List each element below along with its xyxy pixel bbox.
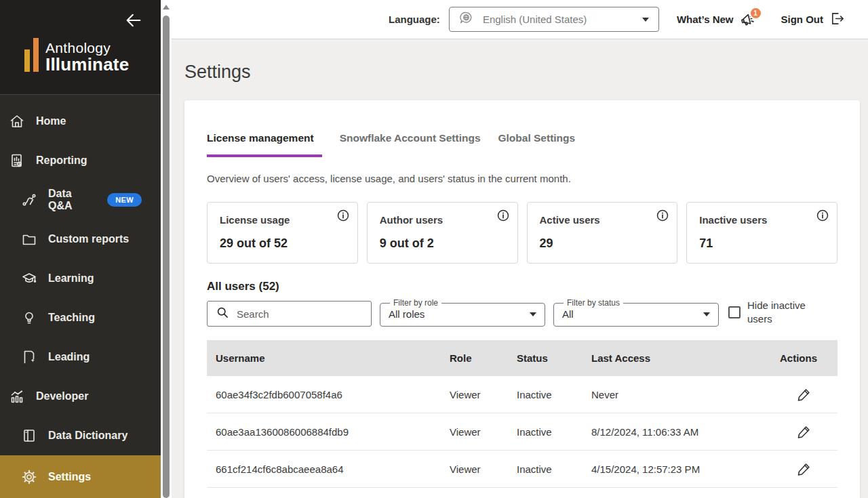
edit-pencil-icon[interactable] <box>795 423 812 440</box>
tab-license-management[interactable]: License management <box>207 132 322 157</box>
sidebar-item-label: Settings <box>48 471 91 483</box>
overview-description: Overview of users' access, license usage… <box>207 173 837 184</box>
sidebar-item-label: Reporting <box>36 154 87 167</box>
cell-role: Viewer <box>450 389 517 400</box>
scrollbar-up-arrow-icon[interactable] <box>163 5 170 9</box>
sidebar-item-label: Home <box>36 115 66 127</box>
stat-card-inactive-users: Inactive users 71 <box>686 202 837 264</box>
main-area: Language: English (United States) What’s… <box>172 0 868 498</box>
filter-row: Filter by role All roles Filter by statu… <box>207 298 837 327</box>
logo-bars-icon <box>24 38 39 74</box>
settings-tabs: License management Snowflake Account Set… <box>207 100 837 157</box>
vertical-scrollbar <box>161 0 172 498</box>
column-header-actions: Actions <box>776 352 837 364</box>
sidebar-item-developer[interactable]: Developer <box>0 377 161 416</box>
data-qa-icon <box>20 191 38 209</box>
sidebar-item-label: Developer <box>36 390 88 402</box>
whats-new-badge: 1 <box>749 7 762 20</box>
scrollbar-thumb[interactable] <box>163 16 170 498</box>
info-icon[interactable] <box>496 209 510 222</box>
sidebar-header: Anthology Illuminate <box>0 0 161 95</box>
sidebar-item-home[interactable]: Home <box>0 102 161 141</box>
settings-card: License management Snowflake Account Set… <box>184 100 860 498</box>
graduation-cap-icon <box>20 270 38 287</box>
gear-icon <box>20 468 38 486</box>
brand-name-bottom: Illuminate <box>45 56 129 74</box>
column-header-username: Username <box>216 352 450 364</box>
edit-pencil-icon[interactable] <box>795 386 812 402</box>
sidebar-item-teaching[interactable]: Teaching <box>0 298 161 337</box>
hide-inactive-users-label: Hide inactive users <box>747 299 812 327</box>
sidebar-item-custom-reports[interactable]: Custom reports <box>0 220 161 259</box>
cell-username: 60ae3aa1360086006884fdb9 <box>216 426 450 438</box>
stat-title: Author users <box>380 214 505 226</box>
collapse-sidebar-arrow-icon[interactable] <box>124 11 143 30</box>
tab-global-settings[interactable]: Global Settings <box>498 132 576 157</box>
stat-title: Inactive users <box>699 214 825 226</box>
home-icon <box>8 112 26 130</box>
stat-value: 29 out of 52 <box>220 236 345 251</box>
filter-by-status-value: All <box>562 308 574 320</box>
topbar: Language: English (United States) What’s… <box>172 0 868 39</box>
filter-by-status-label: Filter by status <box>564 298 623 308</box>
sidebar-item-leading[interactable]: Leading <box>0 337 161 377</box>
info-icon[interactable] <box>336 209 350 222</box>
sidebar-item-label: Data Dictionary <box>48 430 127 442</box>
cell-last-access: Never <box>591 389 776 400</box>
search-box <box>207 301 372 327</box>
filter-by-role-select[interactable]: Filter by role All roles <box>380 298 545 327</box>
sign-out-label: Sign Out <box>781 14 824 25</box>
cell-last-access: 4/15/2024, 12:57:23 PM <box>591 463 776 475</box>
report-document-icon <box>8 152 26 169</box>
table-row: 661cf214cf6c8abcaeea8a64 Viewer Inactive… <box>207 451 837 488</box>
stat-card-author-users: Author users 9 out of 2 <box>367 202 518 264</box>
sidebar: Anthology Illuminate Home Reporting Data… <box>0 0 161 498</box>
filter-by-role-label: Filter by role <box>390 298 441 308</box>
cell-role: Viewer <box>450 463 517 475</box>
stat-card-active-users: Active users 29 <box>527 202 678 264</box>
whats-new-button[interactable]: What’s New 1 <box>677 12 755 28</box>
page-content: Settings License management Snowflake Ac… <box>172 39 868 498</box>
stat-value: 29 <box>540 236 665 251</box>
language-select[interactable]: English (United States) <box>449 7 659 32</box>
whats-new-label: What’s New <box>677 14 734 25</box>
cell-status: Inactive <box>517 426 591 438</box>
language-label: Language: <box>389 14 440 25</box>
info-icon[interactable] <box>656 209 669 222</box>
hide-inactive-users-control: Hide inactive users <box>728 299 812 327</box>
sidebar-item-label: Leading <box>48 351 90 363</box>
tab-snowflake-account-settings[interactable]: Snowflake Account Settings <box>340 132 481 157</box>
cell-role: Viewer <box>450 426 517 438</box>
stat-title: Active users <box>540 214 665 226</box>
document-star-icon <box>20 348 38 366</box>
column-header-last-access: Last Access <box>591 352 776 364</box>
column-header-role: Role <box>450 352 517 364</box>
cell-status: Inactive <box>517 463 591 475</box>
anthology-illuminate-logo: Anthology Illuminate <box>24 38 129 74</box>
page-title: Settings <box>184 62 860 83</box>
sidebar-item-label: Custom reports <box>48 233 129 245</box>
sidebar-item-data-dictionary[interactable]: Data Dictionary <box>0 416 161 455</box>
table-row: 60ae34f3c2fdb6007058f4a6 Viewer Inactive… <box>207 376 837 413</box>
stat-value: 71 <box>699 236 825 251</box>
search-input[interactable] <box>237 308 363 320</box>
sidebar-item-label: Teaching <box>48 312 95 324</box>
sidebar-nav: Home Reporting Data Q&A NEW Custom repor… <box>0 95 161 498</box>
dictionary-book-icon <box>20 427 38 444</box>
lightbulb-icon <box>20 309 38 327</box>
sidebar-item-reporting[interactable]: Reporting <box>0 141 161 180</box>
stat-card-license-usage: License usage 29 out of 52 <box>207 202 358 264</box>
info-icon[interactable] <box>816 209 829 222</box>
edit-pencil-icon[interactable] <box>795 461 812 477</box>
stat-cards-row: License usage 29 out of 52 Author users … <box>207 202 837 264</box>
sign-out-button[interactable]: Sign Out <box>781 11 846 28</box>
sidebar-item-learning[interactable]: Learning <box>0 259 161 298</box>
sidebar-item-data-qa[interactable]: Data Q&A NEW <box>0 180 161 220</box>
chevron-down-icon <box>642 18 649 22</box>
users-table: Username Role Status Last Access Actions… <box>207 340 837 488</box>
filter-by-status-select[interactable]: Filter by status All <box>553 298 719 327</box>
table-row: 60ae3aa1360086006884fdb9 Viewer Inactive… <box>207 413 837 451</box>
folder-icon <box>20 230 38 248</box>
hide-inactive-users-checkbox[interactable] <box>728 306 741 318</box>
sidebar-item-settings[interactable]: Settings <box>0 455 161 498</box>
